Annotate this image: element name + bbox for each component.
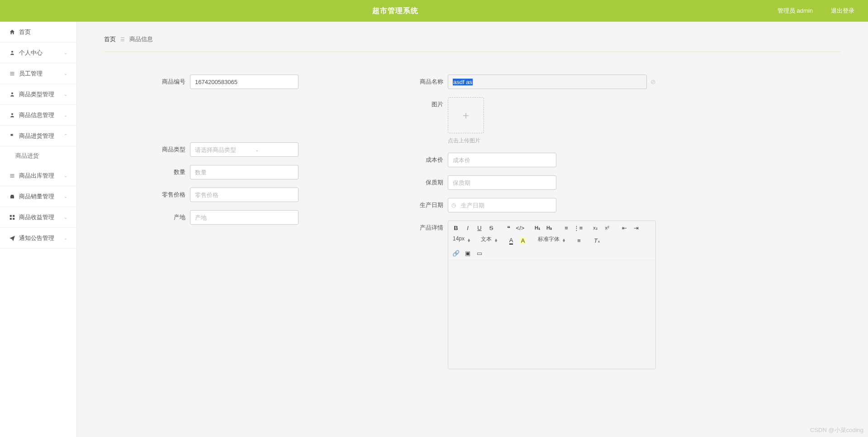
underline-button[interactable]: U (474, 223, 484, 233)
svg-rect-3 (10, 75, 14, 75)
input-product-name-value: asdf as (453, 79, 473, 85)
input-cost-price[interactable] (448, 153, 556, 167)
rich-text-editor: B I U S ❝ </> H₁ H₂ ≡ (448, 221, 656, 369)
chevron-down-icon: ⌄ (64, 215, 67, 220)
indent-button[interactable]: ⇥ (631, 223, 641, 233)
block-type-select[interactable]: 文本 (479, 235, 498, 245)
svg-point-0 (11, 51, 13, 52)
highlight-button[interactable]: A (518, 235, 528, 245)
input-shelf-life[interactable] (448, 175, 556, 190)
superscript-button[interactable]: x² (602, 223, 612, 233)
form-left-column: 商品编号 商品类型 ⌄ 数量 零售价格 (158, 75, 389, 377)
row-cost-price: 成本价 (416, 153, 656, 167)
clear-icon[interactable]: ⊘ (650, 78, 656, 85)
svg-point-5 (11, 113, 13, 115)
list-icon (9, 70, 15, 77)
sidebar-item-label: 首页 (19, 28, 31, 36)
sidebar-item-label: 通知公告管理 (19, 234, 54, 242)
row-quantity: 数量 (158, 165, 389, 179)
breadcrumb-home[interactable]: 首页 (104, 35, 116, 43)
list-icon (9, 173, 15, 179)
sidebar-item-label: 商品类型管理 (19, 90, 54, 99)
header-right: 管理员 admin 退出登录 (778, 7, 854, 15)
svg-rect-11 (10, 215, 12, 216)
image-button[interactable]: ▣ (463, 248, 473, 258)
subscript-button[interactable]: x₂ (590, 223, 600, 233)
strikethrough-button[interactable]: S (486, 223, 496, 233)
code-button[interactable]: </> (515, 223, 525, 233)
svg-rect-12 (13, 215, 14, 216)
sidebar-item-notice[interactable]: 通知公告管理 ⌄ (0, 228, 76, 249)
label-shelf-life: 保质期 (416, 175, 448, 190)
align-button[interactable]: ≡ (574, 235, 584, 245)
sidebar-item-label: 商品进货管理 (19, 132, 54, 140)
app-title: 超市管理系统 (14, 6, 778, 16)
label-product-detail: 产品详情 (416, 221, 448, 235)
editor-content[interactable] (448, 260, 655, 369)
svg-rect-13 (10, 218, 12, 220)
logout-link[interactable]: 退出登录 (831, 7, 854, 15)
link-button[interactable]: 🔗 (451, 248, 461, 258)
sidebar: 首页 个人中心 ⌄ 员工管理 ⌄ 商品类型管理 ⌄ 商品信息管理 ⌄ 商品进货管… (0, 22, 77, 391)
select-product-type[interactable]: ⌄ (190, 142, 262, 157)
row-shelf-life: 保质期 (416, 175, 656, 190)
input-product-code[interactable] (190, 75, 299, 89)
svg-point-4 (11, 92, 13, 94)
font-color-button[interactable]: A (506, 235, 516, 245)
video-button[interactable]: ▭ (474, 248, 484, 258)
svg-rect-9 (10, 196, 14, 198)
chevron-down-icon: ⌄ (64, 50, 67, 55)
svg-rect-10 (11, 195, 14, 196)
sidebar-item-home[interactable]: 首页 (0, 22, 76, 42)
user-icon (9, 112, 15, 118)
row-product-type: 商品类型 ⌄ (158, 142, 389, 157)
flag-icon (9, 133, 15, 139)
clear-format-button[interactable]: Tₓ (592, 235, 602, 245)
chevron-down-icon: ⌄ (255, 147, 259, 152)
row-image: 图片 ＋ 点击上传图片 (416, 97, 656, 145)
sidebar-item-label: 商品信息管理 (19, 111, 54, 119)
unordered-list-button[interactable]: ⋮≡ (573, 223, 583, 233)
sidebar-item-outbound[interactable]: 商品出库管理 ⌄ (0, 165, 76, 186)
quote-button[interactable]: ❝ (503, 223, 513, 233)
row-origin: 产地 (158, 210, 389, 225)
editor-toolbar: B I U S ❝ </> H₁ H₂ ≡ (448, 221, 655, 260)
h2-button[interactable]: H₂ (544, 223, 554, 233)
input-production-date[interactable] (448, 198, 556, 212)
label-product-type: 商品类型 (158, 142, 190, 157)
form: 商品编号 商品类型 ⌄ 数量 零售价格 (158, 75, 656, 377)
bold-button[interactable]: B (451, 223, 461, 233)
upload-image-button[interactable]: ＋ (448, 97, 484, 133)
sidebar-item-staff[interactable]: 员工管理 ⌄ (0, 63, 76, 84)
box-icon (9, 193, 15, 200)
plus-icon: ＋ (460, 108, 471, 122)
form-right-column: 商品名称 asdf as ⊘ 图片 ＋ 点击上传图片 成本价 (416, 75, 656, 377)
ordered-list-button[interactable]: ≡ (561, 223, 571, 233)
font-size-select[interactable]: 14px (451, 235, 471, 245)
grid-icon (9, 214, 15, 221)
sidebar-item-sales[interactable]: 商品销量管理 ⌄ (0, 186, 76, 207)
date-picker-production[interactable]: ◷ (448, 198, 520, 212)
input-product-name[interactable]: asdf as (448, 75, 647, 89)
admin-link[interactable]: 管理员 admin (778, 7, 813, 15)
sidebar-item-purchase[interactable]: 商品进货管理 ⌃ (0, 126, 76, 146)
sidebar-item-profile[interactable]: 个人中心 ⌄ (0, 42, 76, 63)
chevron-down-icon: ⌄ (64, 92, 67, 97)
font-family-select[interactable]: 标准字体 (536, 235, 566, 245)
select-product-type-display[interactable] (190, 142, 299, 157)
svg-rect-14 (13, 218, 14, 220)
sidebar-item-product-info[interactable]: 商品信息管理 ⌄ (0, 105, 76, 126)
h1-button[interactable]: H₁ (532, 223, 542, 233)
label-image: 图片 (416, 97, 448, 112)
sidebar-item-product-type[interactable]: 商品类型管理 ⌄ (0, 84, 76, 105)
label-cost-price: 成本价 (416, 153, 448, 167)
italic-button[interactable]: I (463, 223, 473, 233)
user-icon (9, 91, 15, 98)
input-origin[interactable] (190, 210, 299, 225)
outdent-button[interactable]: ⇤ (619, 223, 629, 233)
input-retail-price[interactable] (190, 188, 299, 202)
home-icon (9, 29, 15, 35)
sidebar-subitem-purchase[interactable]: 商品进货 (0, 146, 76, 165)
sidebar-item-revenue[interactable]: 商品收益管理 ⌄ (0, 207, 76, 228)
input-quantity[interactable] (190, 165, 299, 179)
